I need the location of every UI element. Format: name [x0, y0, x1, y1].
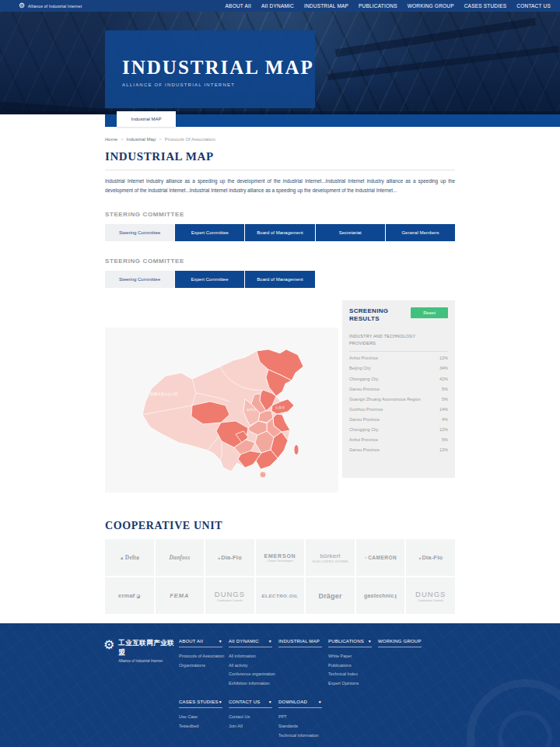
footer-column-heading[interactable]: CASES STUDIES▼	[179, 700, 222, 708]
china-choropleth-map[interactable]: 新疆维吾尔自治区 陕西省 山东省	[105, 328, 338, 493]
screening-row[interactable]: Anhui Province 12%	[349, 353, 448, 363]
gear-logo-icon: ⚙	[19, 2, 25, 9]
footer-gear-logo-icon: ⚙	[103, 639, 114, 651]
footer-link[interactable]: Standards	[278, 722, 328, 731]
screening-results-panel: SCREENING RESULTS Reset INDUSTRY AND TEC…	[342, 300, 455, 478]
tab-industrial-map[interactable]: Industrial MAP	[117, 111, 176, 127]
main-menu: ABOUT AIIAII DYNAMICINDUSTRIAL MAPPUBLIC…	[226, 3, 551, 9]
footer-link[interactable]: All information	[229, 652, 278, 661]
screening-row[interactable]: Chongqing City 42%	[349, 374, 448, 384]
screening-row[interactable]: Guangxi Zhuang Autonomous Region 5%	[349, 394, 448, 404]
footer-link[interactable]: Use Case	[179, 713, 229, 722]
reset-button[interactable]: Reset	[411, 307, 448, 318]
partner-logo-emerson: EMERSONClimate Technologies	[256, 539, 305, 576]
cooperative-unit-heading: COOPERATIVE UNIT	[105, 520, 455, 532]
screening-category-label: INDUSTRY AND TECHNOLOGY PROVIDERS	[349, 333, 427, 346]
footer-column-heading[interactable]: DOWNLOAD▼	[278, 700, 322, 708]
province-value: 12%	[439, 427, 448, 432]
committee-tab[interactable]: Steering Committee	[105, 271, 175, 288]
nav-item[interactable]: INDUSTRIAL MAP	[304, 3, 348, 9]
committee-tab[interactable]: Board of Management	[245, 271, 315, 288]
footer-logo-en: Alliance of Industrial Internet	[118, 659, 179, 663]
map-and-screening-section: 新疆维吾尔自治区 陕西省 山东省 SCREENING RESULTS Reset…	[105, 300, 455, 496]
footer-logo: ⚙ 工业互联网产业联盟 Alliance of Industrial Inter…	[103, 639, 179, 740]
china-map-panel: 新疆维吾尔自治区 陕西省 山东省	[105, 328, 338, 493]
committee-tabs: Steering CommitteeExpert CommitteeBoard …	[105, 224, 455, 241]
nav-item[interactable]: PUBLICATIONS	[359, 3, 397, 9]
footer-column-heading[interactable]: CONTACT US▼	[229, 700, 272, 708]
nav-item[interactable]: AII DYNAMIC	[261, 3, 294, 9]
footer-column: CASES STUDIES▼ Use CaseTestedbed	[179, 700, 229, 740]
footer-column-heading[interactable]: AII DYNAMIC▼	[229, 639, 272, 647]
committee-tab[interactable]: Steering Committee	[105, 224, 175, 241]
committee-tab[interactable]: General Members	[386, 224, 455, 241]
screening-row[interactable]: Gansu Province 12%	[349, 445, 448, 455]
committee-tab[interactable]: Expert Committee	[175, 271, 245, 288]
hero-photo-girder	[335, 18, 536, 58]
footer-link[interactable]: Protocols of Association	[179, 652, 229, 661]
nav-item[interactable]: ABOUT AII	[226, 3, 251, 9]
partner-logo-ermaf: ermaf	[105, 577, 154, 614]
footer-link[interactable]: Testedbed	[179, 722, 229, 731]
chevron-down-icon: ▼	[268, 700, 272, 704]
province-name: Guangxi Zhuang Autonomous Region	[349, 397, 421, 402]
nav-item[interactable]: WORKING GROUP	[408, 3, 454, 9]
province-value: 5%	[442, 397, 448, 402]
committee-tab[interactable]: Secretariat	[316, 224, 386, 241]
partner-logo-electrooil: ELECTRO.OIL	[256, 577, 305, 614]
province-name: Anhui Province	[349, 437, 378, 442]
breadcrumb-item: Protocols Of Association	[165, 137, 215, 142]
footer-link[interactable]: Contact Us	[229, 713, 278, 722]
hero-banner: INDUSTRIAL MAP ALLIANCE OF INDUSTRIAL IN…	[0, 12, 560, 114]
footer-link[interactable]: Technical information	[278, 731, 328, 741]
footer-logo-cn: 工业互联网产业联盟	[118, 639, 179, 658]
footer-link[interactable]: Exhibition information	[229, 679, 278, 689]
partner-logo-fema: FEMA	[156, 577, 205, 614]
screening-row[interactable]: Gansu Province 5%	[349, 384, 448, 394]
footer-column: PUBLICATIONS▼ White PaperPublicationsTec…	[328, 639, 378, 688]
province-value: 14%	[439, 407, 448, 412]
committee-tab[interactable]: Board of Management	[245, 224, 315, 241]
committee-section-heading: STEERING COMMITTEE	[105, 211, 455, 218]
breadcrumb-item[interactable]: Home	[105, 137, 117, 142]
province-value: 34%	[439, 366, 448, 370]
committee-tab[interactable]: Expert Committee	[175, 224, 245, 241]
chevron-down-icon: ▼	[318, 700, 322, 704]
nav-item[interactable]: CASES STUDIES	[464, 3, 507, 9]
screening-row[interactable]: Gansu Province 4%	[349, 414, 448, 424]
footer-nav-row-2: CASES STUDIES▼ Use CaseTestedbed CONTACT…	[179, 700, 560, 740]
footer-column: DOWNLOAD▼ PPTStandardsTechnical informat…	[278, 700, 328, 740]
footer-link[interactable]: Technical Index	[328, 670, 378, 679]
breadcrumb-item[interactable]: Industrial Map	[127, 137, 156, 142]
top-navigation-bar: ⚙ Alliance of Industrial Internet ABOUT …	[0, 0, 560, 12]
footer-link[interactable]: Join AII	[229, 722, 278, 731]
nav-item[interactable]: CONTACT US	[516, 3, 551, 9]
screening-rows: Anhui Province 12% Beijing City 34% Chon…	[349, 353, 448, 455]
screening-row[interactable]: Beijing City 34%	[349, 363, 448, 374]
footer-link[interactable]: PPT	[278, 713, 328, 722]
brand-logo[interactable]: ⚙ Alliance of Industrial Internet	[19, 2, 82, 9]
footer-column-heading[interactable]: WORKING GROUP	[378, 639, 422, 647]
footer-link[interactable]: All activity	[229, 661, 278, 671]
footer-column-heading[interactable]: PUBLICATIONS▼	[328, 639, 372, 647]
screening-results-title: SCREENING RESULTS	[349, 307, 396, 323]
screening-row[interactable]: Guizhou Province 14%	[349, 404, 448, 414]
screening-row[interactable]: Chongqing City 12%	[349, 424, 448, 434]
footer-nav-row-1: ABOUT AII▼ Protocols of AssociationOrgan…	[179, 639, 560, 688]
province-name: Gansu Province	[349, 447, 380, 452]
footer-column-heading[interactable]: INDUSTRIAL MAP	[278, 639, 322, 647]
footer-column: ABOUT AII▼ Protocols of AssociationOrgan…	[179, 639, 229, 688]
screening-row[interactable]: Anhui Province 5%	[349, 435, 448, 445]
partner-logo-cameron: CAMERON	[356, 539, 405, 576]
partner-logo-burkert: bürkertFLUID CONTROL SYSTEMS	[306, 539, 355, 576]
footer-column: CONTACT US▼ Contact UsJoin AII	[229, 700, 278, 740]
chevron-down-icon: ▼	[219, 700, 222, 704]
footer-link[interactable]: Publications	[328, 661, 378, 671]
footer-link[interactable]: Conference organization	[229, 670, 278, 679]
footer-column: AII DYNAMIC▼ All informationAll activity…	[229, 639, 278, 688]
footer-link[interactable]: Expert Opinions	[328, 679, 378, 689]
province-name: Chongqing City	[349, 427, 379, 432]
footer-link[interactable]: Organizations	[179, 661, 229, 671]
footer-link[interactable]: White Paper	[328, 652, 378, 661]
footer-column-heading[interactable]: ABOUT AII▼	[179, 639, 222, 647]
